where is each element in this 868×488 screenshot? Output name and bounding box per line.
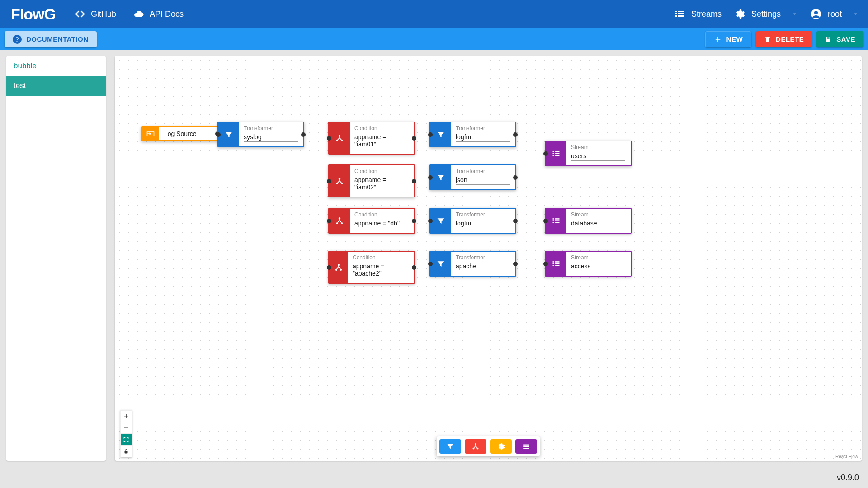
chevron-down-icon (853, 11, 859, 17)
handle-in[interactable] (543, 219, 548, 223)
nav-streams[interactable]: Streams (674, 9, 722, 19)
svg-rect-43 (523, 445, 529, 446)
node-type-label: Transformer (456, 168, 510, 174)
handle-in[interactable] (543, 262, 548, 266)
handle-out[interactable] (412, 179, 416, 183)
nav-settings-label: Settings (751, 9, 781, 19)
node-stream-access[interactable]: Streamaccess (545, 251, 632, 277)
handle-out[interactable] (513, 132, 518, 137)
handle-out[interactable] (513, 175, 518, 180)
svg-rect-44 (523, 446, 529, 447)
fit-view-button[interactable] (120, 434, 132, 446)
node-value: syslog (244, 131, 298, 142)
svg-rect-35 (553, 263, 554, 264)
palette-settings[interactable] (490, 439, 512, 454)
filter-icon (430, 252, 451, 276)
node-condition-iam02[interactable]: Conditionappname = "iam02" (328, 164, 415, 197)
handle-in[interactable] (216, 132, 221, 137)
node-palette (437, 436, 540, 456)
handle-out[interactable] (513, 219, 518, 223)
node-value: users (571, 150, 625, 161)
documentation-label: DOCUMENTATION (26, 35, 89, 43)
zoom-out-button[interactable]: − (120, 422, 132, 434)
nav-apidocs-label: API Docs (150, 9, 184, 19)
svg-rect-31 (553, 222, 554, 223)
node-condition-iam01[interactable]: Conditionappname = "iam01" (328, 122, 415, 155)
branch-icon (329, 252, 348, 283)
nav-apidocs[interactable]: API Docs (129, 6, 188, 22)
handle-out[interactable] (412, 219, 416, 223)
lock-button[interactable] (120, 446, 132, 457)
node-transformer-json[interactable]: Transformerjson (429, 164, 516, 190)
flow-canvas[interactable]: Log Source Transformersyslog Conditionap… (115, 56, 862, 461)
handle-out[interactable] (513, 262, 518, 266)
node-condition-apache[interactable]: Conditionappname = "apache2" (328, 251, 415, 284)
svg-rect-1 (678, 11, 684, 12)
node-value: appname = "db" (354, 218, 409, 228)
delete-button[interactable]: DELETE (756, 31, 812, 47)
node-type-label: Stream (571, 144, 625, 150)
logo[interactable]: FlowG (5, 5, 62, 23)
nav-github[interactable]: GitHub (70, 6, 121, 22)
handle-out[interactable] (412, 136, 416, 141)
svg-rect-21 (553, 151, 554, 152)
handle-in[interactable] (428, 132, 433, 137)
handle-in[interactable] (543, 151, 548, 156)
node-type-label: Transformer (456, 125, 510, 131)
node-transformer-apache[interactable]: Transformerapache (429, 251, 516, 277)
node-type-label: Condition (354, 125, 410, 131)
node-transformer-syslog[interactable]: Transformersyslog (217, 122, 304, 147)
node-stream-database[interactable]: Streamdatabase (545, 208, 632, 234)
handle-in[interactable] (327, 219, 331, 223)
sidebar-item-test[interactable]: test (6, 76, 106, 96)
node-log-source[interactable]: Log Source (141, 126, 219, 141)
filter-icon (218, 122, 239, 146)
handle-out[interactable] (412, 265, 416, 270)
toolbar: ? DOCUMENTATION NEW DELETE SAVE (0, 28, 868, 50)
user-icon (811, 9, 821, 19)
trash-icon (764, 36, 771, 43)
svg-point-18 (338, 264, 340, 266)
stream-list-icon (546, 252, 566, 276)
palette-transformer[interactable] (439, 439, 461, 454)
svg-rect-5 (678, 15, 684, 17)
save-button[interactable]: SAVE (816, 31, 863, 47)
react-flow-attribution: React Flow (835, 454, 858, 459)
svg-point-12 (339, 178, 340, 179)
node-value: apache (456, 261, 510, 271)
documentation-button[interactable]: ? DOCUMENTATION (5, 31, 97, 47)
node-transformer-logfmt-1[interactable]: Transformerlogfmt (429, 122, 516, 147)
svg-rect-23 (553, 153, 554, 154)
handle-in[interactable] (327, 136, 331, 141)
filter-icon (430, 122, 451, 146)
handle-in[interactable] (428, 219, 433, 223)
handle-out[interactable] (301, 132, 306, 137)
new-button[interactable]: NEW (705, 31, 752, 47)
handle-in[interactable] (428, 262, 433, 266)
plus-icon (714, 35, 722, 43)
palette-stream[interactable] (515, 439, 537, 454)
chevron-down-icon (792, 11, 798, 17)
handle-in[interactable] (327, 179, 331, 183)
node-condition-db[interactable]: Conditionappname = "db" (328, 208, 415, 234)
node-transformer-logfmt-2[interactable]: Transformerlogfmt (429, 208, 516, 234)
handle-in[interactable] (428, 175, 433, 180)
branch-icon (329, 122, 350, 154)
svg-point-7 (814, 11, 818, 14)
filter-icon (430, 165, 451, 189)
svg-rect-22 (555, 151, 560, 152)
svg-point-15 (339, 217, 340, 219)
node-stream-users[interactable]: Streamusers (545, 141, 632, 166)
nav-settings[interactable]: Settings (734, 9, 798, 19)
zoom-in-button[interactable]: + (120, 410, 132, 422)
sidebar-item-bubble[interactable]: bubble (6, 56, 106, 76)
nav-user[interactable]: root (811, 9, 859, 19)
filter-icon (430, 209, 451, 233)
handle-in[interactable] (327, 265, 331, 270)
nav-streams-label: Streams (691, 9, 722, 19)
delete-label: DELETE (776, 35, 804, 43)
nav-github-label: GitHub (91, 9, 116, 19)
palette-condition[interactable] (465, 439, 486, 454)
svg-rect-25 (553, 155, 554, 156)
streams-icon (674, 9, 685, 19)
